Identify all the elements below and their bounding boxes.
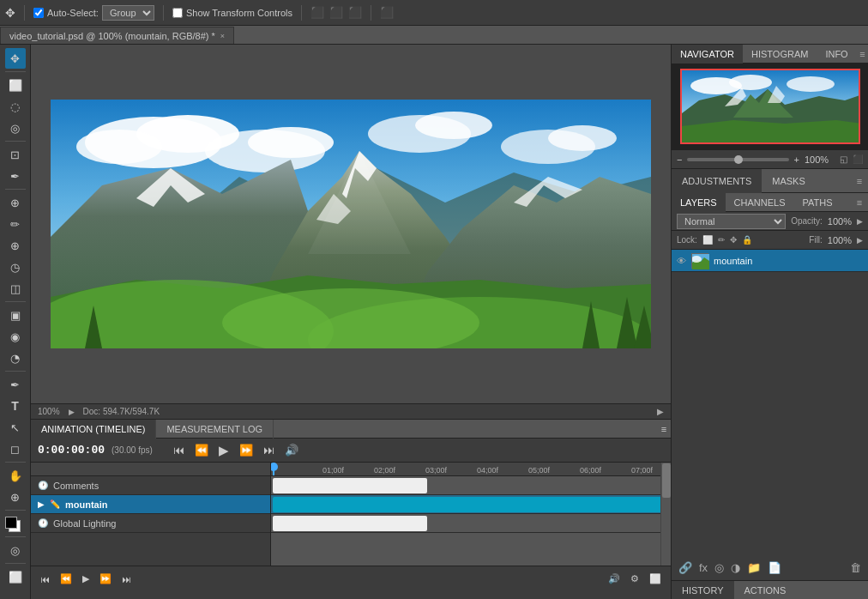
quick-select-tool-button[interactable]: ◎ [5, 118, 26, 138]
timeline-scrollbar-v[interactable] [660, 463, 671, 566]
blur-tool-button[interactable]: ◉ [5, 326, 26, 347]
pen-tool-button[interactable]: ✒ [5, 374, 26, 395]
zoom-fill-icon[interactable]: ⬛ [853, 154, 863, 164]
align-center-icon[interactable]: ⬛ [329, 6, 343, 19]
color-selector[interactable] [5, 517, 26, 534]
auto-select-checkbox[interactable] [33, 8, 44, 18]
history-tab[interactable]: HISTORY [672, 581, 734, 599]
svg-marker-33 [682, 120, 860, 144]
navigator-options-icon[interactable]: ≡ [857, 45, 868, 63]
hand-tool-button[interactable]: ✋ [5, 465, 26, 486]
footer-prev-icon[interactable]: ⏪ [57, 573, 75, 584]
blend-mode-select[interactable]: Normal [677, 214, 786, 229]
lock-position-icon[interactable]: ✥ [730, 235, 737, 245]
lock-transparency-icon[interactable]: ⬜ [702, 235, 713, 245]
dodge-tool-button[interactable]: ◔ [5, 348, 26, 368]
timeline-row-comments[interactable]: 🕐 Comments [31, 476, 270, 495]
footer-forward-icon[interactable]: ⏭ [119, 574, 134, 584]
comments-bar[interactable] [273, 478, 427, 493]
gradient-tool-button[interactable]: ▣ [5, 305, 26, 325]
align-left-icon[interactable]: ⬛ [310, 6, 324, 19]
add-style-icon[interactable]: fx [699, 561, 708, 574]
history-brush-button[interactable]: ◷ [5, 257, 26, 277]
animation-timeline-tab[interactable]: ANIMATION (TIMELINE) [31, 420, 156, 439]
forward-button[interactable]: ⏭ [262, 444, 276, 457]
layer-item-mountain[interactable]: 👁 mountain [672, 250, 868, 272]
new-adjustment-icon[interactable]: ◑ [731, 561, 740, 574]
distribute-icon[interactable]: ⬛ [380, 6, 394, 19]
audio-button[interactable]: 🔊 [283, 444, 300, 457]
timeline-options-icon[interactable]: ≡ [657, 424, 671, 434]
footer-next-icon[interactable]: ⏩ [97, 573, 114, 584]
channels-tab[interactable]: CHANNELS [726, 193, 794, 212]
global-lighting-bar[interactable] [273, 516, 427, 531]
footer-audio-icon[interactable]: 🔊 [606, 573, 623, 584]
marquee-tool-button[interactable]: ⬜ [5, 75, 26, 95]
mountain-bar[interactable] [273, 497, 665, 512]
timeline-row-global-lighting[interactable]: 🕐 Global Lighting [31, 514, 270, 533]
zoom-slider[interactable] [687, 158, 788, 161]
footer-play-icon[interactable]: ▶ [80, 573, 92, 584]
fill-arrow-icon[interactable]: ▶ [857, 236, 863, 245]
type-tool-button[interactable]: T [5, 396, 26, 416]
eraser-tool-button[interactable]: ◫ [5, 278, 26, 299]
lock-all-icon[interactable]: 🔒 [742, 235, 752, 245]
footer-expand-icon[interactable]: ⬜ [647, 573, 664, 584]
delete-layer-icon[interactable]: 🗑 [850, 561, 861, 574]
crop-tool-button[interactable]: ⊡ [5, 144, 26, 165]
layers-section: LAYERS CHANNELS PATHS ≡ Normal Opacity: … [672, 193, 868, 580]
quick-mask-button[interactable]: ◎ [5, 540, 26, 560]
align-right-icon[interactable]: ⬛ [348, 6, 362, 19]
new-layer-icon[interactable]: 📄 [768, 561, 781, 574]
layers-options-icon[interactable]: ≡ [851, 193, 868, 211]
path-select-button[interactable]: ↖ [5, 417, 26, 438]
mountain-layer-icon: ✏️ [50, 499, 60, 509]
next-frame-button[interactable]: ⏩ [238, 444, 255, 457]
status-bar: 100% ▶ Doc: 594.7K/594.7K ▶ [31, 403, 671, 419]
eyedropper-tool-button[interactable]: ✒ [5, 166, 26, 186]
brush-tool-button[interactable]: ✏ [5, 214, 26, 234]
playhead[interactable] [273, 463, 274, 475]
auto-select-dropdown[interactable]: Group Layer [102, 5, 154, 21]
rewind-button[interactable]: ⏮ [172, 444, 186, 457]
footer-rewind-icon[interactable]: ⏮ [38, 574, 52, 584]
clone-tool-button[interactable]: ⊕ [5, 235, 26, 256]
new-group-icon[interactable]: 📁 [747, 561, 761, 574]
zoom-in-icon[interactable]: + [794, 154, 799, 165]
layer-eye-icon[interactable]: 👁 [677, 256, 686, 266]
document-tab[interactable]: video_tutorial.psd @ 100% (mountain, RGB… [0, 27, 234, 44]
zoom-fit-icon[interactable]: ◱ [840, 154, 847, 164]
actions-tab[interactable]: ACTIONS [734, 581, 797, 599]
tab-close-button[interactable]: × [220, 32, 225, 40]
lasso-tool-button[interactable]: ◌ [5, 96, 26, 117]
zoom-expand-icon[interactable]: ▶ [69, 408, 75, 416]
link-layers-icon[interactable]: 🔗 [678, 561, 692, 574]
histogram-tab[interactable]: HISTOGRAM [743, 45, 817, 64]
shape-tool-button[interactable]: ◻ [5, 439, 26, 459]
move-tool-button[interactable]: ✥ [5, 48, 26, 69]
healing-tool-button[interactable]: ⊕ [5, 192, 26, 213]
play-button[interactable]: ▶ [217, 443, 231, 458]
lock-pixels-icon[interactable]: ✏ [718, 235, 725, 245]
layers-tab[interactable]: LAYERS [672, 193, 726, 212]
zoom-tool-button[interactable]: ⊕ [5, 487, 26, 507]
nav-image [682, 70, 860, 144]
info-tab[interactable]: INFO [817, 45, 856, 64]
layers-tab-label: LAYERS [680, 197, 717, 208]
navigator-tab[interactable]: NAVIGATOR [672, 45, 743, 64]
footer-settings-icon[interactable]: ⚙ [628, 573, 642, 584]
adjustments-tab[interactable]: ADJUSTMENTS [672, 169, 762, 193]
measurement-log-tab[interactable]: MEASUREMENT LOG [156, 420, 274, 439]
timeline-row-mountain[interactable]: ▶ ✏️ mountain [31, 495, 270, 514]
add-mask-icon[interactable]: ◎ [714, 561, 724, 574]
paths-tab[interactable]: PATHS [794, 193, 841, 212]
transform-checkbox[interactable] [172, 8, 183, 18]
prev-frame-button[interactable]: ⏪ [193, 444, 210, 457]
adjustments-options-icon[interactable]: ≡ [851, 176, 868, 186]
opacity-arrow-icon[interactable]: ▶ [857, 217, 863, 226]
expand-icon[interactable]: ▶ [38, 499, 45, 509]
screen-mode-button[interactable]: ⬜ [5, 566, 26, 587]
masks-tab[interactable]: MASKS [762, 169, 816, 193]
zoom-out-icon[interactable]: − [677, 154, 682, 165]
scroll-right-icon[interactable]: ▶ [657, 407, 664, 416]
